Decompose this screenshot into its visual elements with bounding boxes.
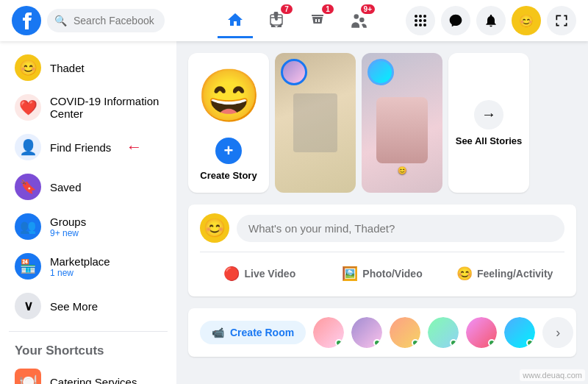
create-room-button[interactable]: 📹 Create Room — [200, 321, 306, 344]
shortcuts-title: Your Shortcuts — [6, 338, 171, 361]
live-video-icon: 🔴 — [223, 266, 240, 282]
nav-home-button[interactable] — [218, 3, 253, 38]
photo-video-button[interactable]: 🖼️ Photo/Video — [323, 260, 442, 288]
sidebar: 😊 Thadet ❤️ COVID-19 Information Center … — [0, 41, 176, 384]
friend-circle-3[interactable] — [390, 317, 420, 348]
create-story-label: Create Story — [200, 170, 257, 181]
photo-video-icon: 🖼️ — [342, 266, 358, 282]
see-all-label: See All Stories — [456, 135, 523, 146]
profile-avatar: 😊 — [15, 54, 41, 81]
friend-circle-1[interactable] — [313, 317, 344, 348]
friend-circle-4[interactable] — [428, 317, 459, 348]
groups-text: Groups 9+ new — [50, 216, 86, 238]
friends-row: 📹 Create Room — [188, 308, 576, 357]
online-indicator-5 — [488, 339, 495, 346]
pages-badge: 7 — [281, 4, 293, 14]
sidebar-item-profile[interactable]: 😊 Thadet — [6, 49, 171, 87]
covid-icon: ❤️ — [15, 94, 41, 121]
see-more-label: See More — [50, 300, 98, 313]
svg-point-9 — [415, 24, 417, 26]
marketplace-icon: 🏪 — [15, 253, 41, 280]
main-layout: 😊 Thadet ❤️ COVID-19 Information Center … — [0, 41, 588, 384]
see-all-arrow-icon: → — [474, 100, 503, 129]
create-room-label: Create Room — [230, 327, 294, 338]
live-video-button[interactable]: 🔴 Live Video — [200, 260, 320, 288]
find-friends-icon: 👤 — [15, 134, 41, 160]
facebook-logo[interactable] — [12, 6, 41, 35]
svg-point-8 — [423, 19, 426, 22]
stories-row: 😄 + Create Story 😊 → — [188, 53, 576, 193]
svg-point-6 — [415, 19, 417, 22]
covid-label: COVID-19 Information Center — [50, 95, 162, 120]
svg-point-3 — [415, 15, 417, 18]
more-friends-button[interactable]: › — [542, 317, 573, 348]
nav-center: 7 1 9+ — [188, 3, 406, 38]
feed: 😄 + Create Story 😊 → — [176, 41, 588, 384]
groups-sub: 9+ new — [50, 228, 86, 238]
marketplace-sub: 1 new — [50, 268, 110, 278]
create-story-emoji: 😄 — [188, 53, 269, 138]
sidebar-item-see-more[interactable]: ∨ See More — [6, 287, 171, 325]
online-indicator-4 — [450, 339, 457, 346]
sidebar-item-saved[interactable]: 🔖 Saved — [6, 168, 171, 206]
sidebar-item-find-friends[interactable]: 👤 Find Friends ← — [6, 128, 171, 166]
friends-badge: 9+ — [361, 4, 375, 14]
create-story-plus-icon: + — [215, 138, 242, 164]
online-indicator-2 — [373, 339, 381, 346]
feeling-button[interactable]: 😊 Feeling/Activity — [445, 260, 564, 288]
nav-marketplace-button[interactable]: 1 — [300, 3, 335, 38]
catering-label: Catering Services — [50, 376, 137, 385]
red-arrow: ← — [126, 138, 142, 157]
online-indicator-3 — [412, 339, 419, 346]
sidebar-item-catering[interactable]: 🍽️ Catering Services — [6, 363, 171, 384]
feeling-icon: 😊 — [456, 266, 473, 282]
expand-button[interactable] — [547, 6, 576, 35]
catering-avatar: 🍽️ — [15, 369, 41, 384]
sidebar-item-covid[interactable]: ❤️ COVID-19 Information Center — [6, 88, 171, 127]
profile-name: Thadet — [50, 62, 85, 74]
friend-circle-2[interactable] — [351, 317, 382, 348]
see-all-stories-card[interactable]: → See All Stories — [448, 53, 529, 193]
sidebar-item-groups[interactable]: 👥 Groups 9+ new — [6, 207, 171, 246]
svg-point-10 — [419, 24, 422, 26]
profile-avatar-nav[interactable]: 😊 — [512, 6, 541, 35]
marketplace-badge: 1 — [322, 4, 334, 14]
friend-circle-6[interactable] — [504, 317, 535, 348]
story-card-3[interactable]: 😊 — [362, 53, 442, 193]
photo-video-label: Photo/Video — [362, 268, 422, 280]
nav-left: 🔍 — [12, 6, 188, 35]
saved-icon: 🔖 — [15, 174, 41, 200]
top-navigation: 🔍 7 1 9+ 😊 — [0, 0, 588, 41]
sidebar-divider — [9, 331, 168, 332]
svg-point-7 — [419, 19, 422, 22]
find-friends-label: Find Friends — [50, 141, 111, 154]
svg-point-2 — [354, 14, 359, 18]
post-box: 😊 🔴 Live Video 🖼️ Photo/Video 😊 Feeling/… — [188, 205, 576, 296]
live-video-label: Live Video — [244, 268, 295, 280]
online-indicator-6 — [526, 339, 534, 346]
saved-label: Saved — [50, 181, 82, 193]
post-avatar: 😊 — [200, 213, 229, 243]
svg-point-11 — [423, 24, 426, 26]
story-card-2[interactable] — [275, 53, 356, 193]
groups-icon: 👥 — [15, 213, 41, 240]
search-icon: 🔍 — [54, 15, 67, 26]
nav-pages-button[interactable]: 7 — [259, 3, 294, 38]
post-actions: 🔴 Live Video 🖼️ Photo/Video 😊 Feeling/Ac… — [200, 252, 564, 288]
sidebar-item-marketplace[interactable]: 🏪 Marketplace 1 new — [6, 247, 171, 285]
story-2-avatar — [281, 59, 307, 85]
story-3-avatar — [368, 59, 394, 85]
notifications-button[interactable] — [476, 6, 506, 35]
messenger-button[interactable] — [441, 6, 470, 35]
menu-button[interactable] — [406, 6, 435, 35]
svg-point-5 — [423, 15, 426, 18]
friend-circle-5[interactable] — [466, 317, 497, 348]
post-input[interactable] — [237, 215, 564, 242]
marketplace-label: Marketplace — [50, 255, 110, 268]
marketplace-text: Marketplace 1 new — [50, 255, 110, 278]
create-room-icon: 📹 — [212, 327, 224, 338]
nav-friends-button[interactable]: 9+ — [341, 3, 376, 38]
watermark: www.deuaq.com — [520, 369, 585, 381]
create-story-card[interactable]: 😄 + Create Story — [188, 53, 269, 193]
svg-point-4 — [419, 15, 422, 18]
